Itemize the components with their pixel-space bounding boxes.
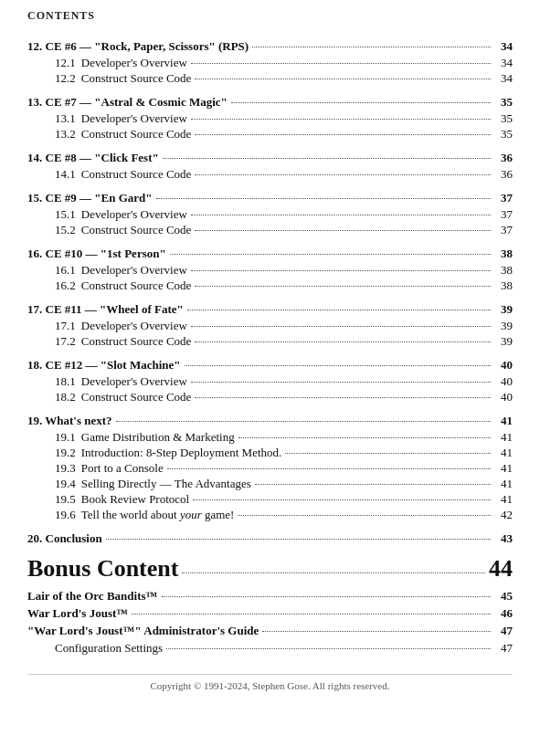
toc-sub-label: Construct Source Code: [81, 71, 192, 86]
toc-sub-page: 37: [494, 207, 513, 222]
toc-dots: [191, 119, 491, 120]
toc-section-15: 15. CE #9 — "En Gard"3715.1Developer's O…: [27, 191, 513, 237]
toc-dots: [167, 468, 491, 469]
toc-sub-entry: 16.2Construct Source Code38: [27, 278, 513, 293]
toc-sub-page: 35: [494, 111, 513, 126]
toc-dots: [191, 270, 491, 271]
toc-sub-label: Game Distribution & Marketing: [81, 430, 235, 445]
toc-section-17: 17. CE #11 — "Wheel of Fate"3917.1Develo…: [27, 302, 513, 349]
toc-sub-entry: 18.2Construct Source Code40: [27, 390, 513, 404]
toc-sub-label: Introduction: 8-Step Deployment Method.: [81, 446, 282, 460]
toc-sub-label: Developer's Overview: [81, 111, 187, 126]
toc-entry-label: 12. CE #6 — "Rock, Paper, Scissors" (RPS…: [27, 39, 249, 54]
toc-main-entry: 13. CE #7 — "Astral & Cosmic Magic"35: [27, 95, 513, 110]
toc-dots: [238, 437, 491, 438]
toc-dots: [262, 631, 491, 632]
toc-sub-label: Book Review Protocol: [81, 492, 189, 507]
toc-sub-page: 34: [494, 71, 513, 86]
toc-dots: [166, 648, 491, 649]
toc-page-num: 38: [494, 247, 513, 261]
toc-sub-page: 38: [494, 278, 513, 293]
toc-dots: [195, 286, 491, 287]
toc-sub-label: Construct Source Code: [81, 127, 192, 142]
toc-sub-page: 41: [494, 461, 513, 476]
toc-sub-entry: 19.4Selling Directly — The Advantages41: [27, 477, 513, 491]
toc-dots: [195, 230, 491, 231]
toc-sub-num: 19.1: [55, 430, 76, 445]
toc-dots: [162, 596, 491, 597]
toc-sub-label: Developer's Overview: [81, 263, 187, 278]
toc-sub-label: Developer's Overview: [81, 56, 187, 70]
toc-dots: [231, 102, 491, 103]
toc-dots: [182, 572, 485, 573]
toc-entry-label: 13. CE #7 — "Astral & Cosmic Magic": [27, 95, 228, 110]
bonus-title: Bonus Content: [27, 555, 178, 583]
toc-dots: [163, 158, 491, 159]
toc-section-16: 16. CE #10 — "1st Person"3816.1Developer…: [27, 247, 513, 293]
toc-section-12: 12. CE #6 — "Rock, Paper, Scissors" (RPS…: [27, 39, 513, 86]
toc-main-entry: 14. CE #8 — "Click Fest"36: [27, 151, 513, 165]
bonus-entry: Lair of the Orc Bandits™45: [27, 589, 513, 604]
toc-dots: [187, 310, 491, 310]
toc-sub-num: 17.1: [55, 319, 76, 333]
bonus-entry-page: 45: [494, 589, 513, 604]
toc-sub-page: 41: [494, 430, 513, 445]
toc-dots: [156, 198, 491, 199]
toc-sub-entry: 19.1Game Distribution & Marketing41: [27, 430, 513, 445]
toc-dots: [132, 614, 491, 614]
toc-sub-num: 15.2: [55, 223, 76, 237]
bonus-entry-page: 46: [494, 606, 513, 621]
toc-page-num: 41: [494, 414, 513, 428]
toc-sub-num: 16.2: [55, 278, 76, 293]
toc-sub-entry: 12.2Construct Source Code34: [27, 71, 513, 86]
toc-sub-page: 38: [494, 263, 513, 278]
toc-dots: [195, 79, 491, 79]
toc-page-num: 34: [494, 39, 513, 54]
toc-sub-page: 41: [494, 477, 513, 491]
toc-sub-num: 19.3: [55, 461, 76, 476]
toc-page-num: 35: [494, 95, 513, 110]
bonus-title-row: Bonus Content44: [27, 555, 513, 586]
toc-sub-num: 16.1: [55, 263, 76, 278]
bonus-entry: Configuration Settings47: [27, 641, 513, 656]
toc-main-entry: 20. Conclusion43: [27, 531, 513, 546]
toc-sub-label: Construct Source Code: [81, 223, 192, 237]
toc-sub-entry: 17.1Developer's Overview39: [27, 319, 513, 333]
bonus-entry-label: War Lord's Joust™: [27, 606, 128, 621]
toc-main-entry: 15. CE #9 — "En Gard"37: [27, 191, 513, 205]
toc-sub-entry: 19.6Tell the world about your game!42: [27, 508, 513, 522]
toc-sub-label: Port to a Console: [81, 461, 164, 476]
toc-sub-entry: 19.2Introduction: 8-Step Deployment Meth…: [27, 446, 513, 460]
toc-sub-num: 17.2: [55, 334, 76, 349]
toc-page-num: 37: [494, 191, 513, 205]
toc-dots: [170, 254, 491, 255]
toc-sub-num: 19.6: [55, 508, 76, 522]
toc-dots: [195, 134, 491, 135]
toc-dots: [185, 365, 491, 366]
toc-container: 12. CE #6 — "Rock, Paper, Scissors" (RPS…: [27, 39, 513, 546]
toc-sub-page: 41: [494, 446, 513, 460]
toc-dots: [255, 484, 491, 485]
toc-sub-entry: 19.5Book Review Protocol41: [27, 492, 513, 507]
toc-sub-page: 35: [494, 127, 513, 142]
toc-sub-num: 15.1: [55, 207, 76, 222]
toc-sub-num: 12.1: [55, 56, 76, 70]
toc-dots: [191, 63, 491, 64]
bonus-entry-label: "War Lord's Joust™" Administrator's Guid…: [27, 624, 259, 638]
bonus-page: 44: [489, 555, 513, 583]
toc-dots: [191, 326, 491, 327]
toc-section-14: 14. CE #8 — "Click Fest"3614.1Construct …: [27, 151, 513, 182]
toc-sub-num: 19.4: [55, 477, 76, 491]
toc-entry-label: 16. CE #10 — "1st Person": [27, 247, 166, 261]
toc-entry-label: 18. CE #12 — "Slot Machine": [27, 358, 181, 373]
toc-main-entry: 19. What's next?41: [27, 414, 513, 428]
toc-page-num: 43: [494, 531, 513, 546]
toc-entry-label: 19. What's next?: [27, 414, 112, 428]
toc-page-num: 39: [494, 302, 513, 317]
toc-sub-label: Selling Directly — The Advantages: [81, 477, 251, 491]
toc-sub-num: 12.2: [55, 71, 76, 86]
toc-main-entry: 18. CE #12 — "Slot Machine"40: [27, 358, 513, 373]
toc-dots: [116, 421, 491, 422]
toc-sub-page: 39: [494, 319, 513, 333]
toc-sub-num: 13.2: [55, 127, 76, 142]
